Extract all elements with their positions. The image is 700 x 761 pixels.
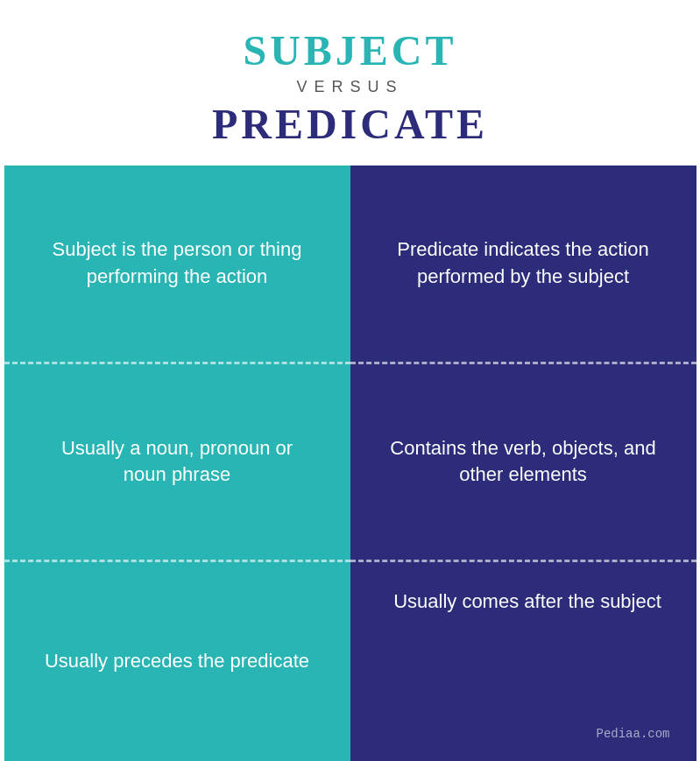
subject-position-cell: Usually precedes the predicate xyxy=(4,562,350,761)
subject-type-cell: Usually a noun, pronoun or noun phrase xyxy=(4,364,350,563)
predicate-definition-text: Predicate indicates the action performed… xyxy=(385,236,661,291)
subject-definition-cell: Subject is the person or thing performin… xyxy=(4,166,350,364)
title-subject: SUBJECT xyxy=(0,26,700,74)
predicate-type-text: Contains the verb, objects, and other el… xyxy=(385,435,661,490)
subject-type-text: Usually a noun, pronoun or noun phrase xyxy=(39,435,315,490)
watermark: Pediaa.com xyxy=(596,726,669,743)
predicate-position-text: Usually comes after the subject xyxy=(385,588,670,616)
predicate-position-cell: Usually comes after the subject Pediaa.c… xyxy=(350,562,696,761)
predicate-definition-cell: Predicate indicates the action performed… xyxy=(350,166,696,364)
title-predicate: PREDICATE xyxy=(0,100,700,148)
subject-position-text: Usually precedes the predicate xyxy=(45,648,309,675)
predicate-type-cell: Contains the verb, objects, and other el… xyxy=(350,364,696,563)
subject-definition-text: Subject is the person or thing performin… xyxy=(39,236,315,291)
comparison-grid: Subject is the person or thing performin… xyxy=(4,166,696,761)
title-versus: VERSUS xyxy=(0,78,700,96)
page-header: SUBJECT VERSUS PREDICATE xyxy=(0,0,700,166)
